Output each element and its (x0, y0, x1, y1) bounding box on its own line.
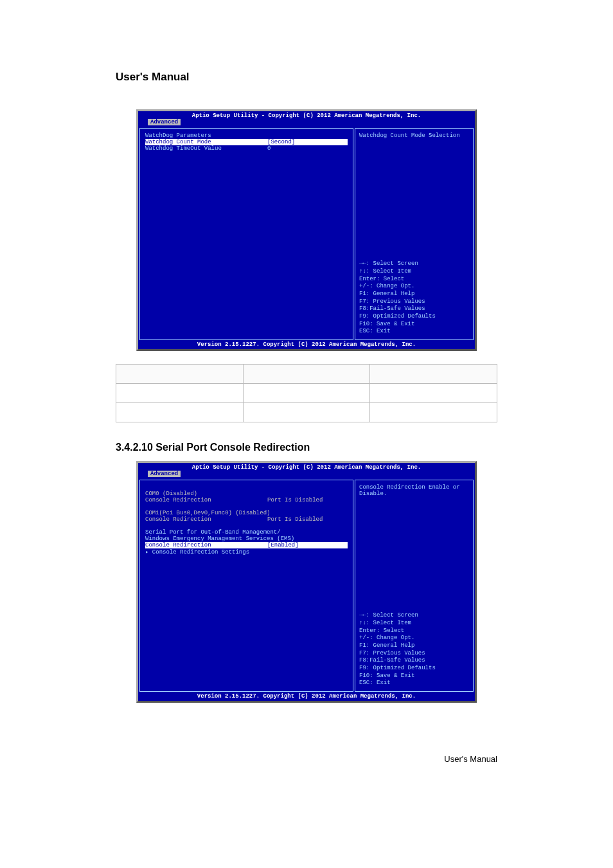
bios-title: Aptio Setup Utility - Copyright (C) 2012… (138, 111, 475, 119)
bios-screenshot-console-redir: Aptio Setup Utility - Copyright (C) 2012… (136, 461, 477, 703)
key-optimized: F9: Optimized Defaults (359, 665, 469, 673)
com1-header: COM1(Pci Bus0,Dev0,Func0) (Disabled) (145, 510, 348, 516)
submenu-console-redir-settings[interactable]: ▸ Console Redirection Settings (145, 548, 348, 556)
com0-console-redir: Console Redirection (145, 497, 267, 503)
value-console-redir-ems: [Enabled] (267, 542, 348, 548)
footer-right: User's Manual (444, 754, 497, 764)
submenu-label: Console Redirection Settings (152, 549, 249, 556)
item-console-redir-ems[interactable]: Console Redirection (145, 542, 267, 548)
value-watchdog-count-mode: [Second] (267, 139, 348, 145)
submenu-arrow-icon: ▸ (145, 549, 152, 556)
cell (370, 384, 497, 403)
key-save: F10: Save & Exit (359, 673, 469, 680)
bios-left-panel: WatchDog Parameters Watchdog Count Mode … (139, 128, 353, 340)
ems-header-2: Windows Emergency Management Services (E… (145, 536, 348, 542)
key-prev: F7: Previous Values (359, 650, 469, 658)
key-esc: ESC: Exit (359, 680, 469, 687)
bios-tabbar: Advanced (138, 119, 475, 128)
bios-footer: Version 2.15.1227. Copyright (C) 2012 Am… (138, 692, 475, 701)
key-change: +/-: Change Opt. (359, 635, 469, 642)
key-failsafe: F8:Fail-Safe Values (359, 305, 469, 313)
key-optimized: F9: Optimized Defaults (359, 313, 469, 321)
com1-console-redir-value: Port Is Disabled (267, 516, 348, 523)
key-failsafe: F8:Fail-Safe Values (359, 657, 469, 665)
bios-right-panel: Console Redirection Enable or Disable. →… (355, 480, 474, 692)
table-row (116, 384, 497, 403)
page-header: User's Manual (116, 71, 497, 84)
bios-title: Aptio Setup Utility - Copyright (C) 2012… (138, 463, 475, 471)
bios-right-panel: Watchdog Count Mode Selection →←: Select… (355, 128, 474, 340)
key-select-screen: →←: Select Screen (359, 260, 469, 268)
key-help: →←: Select Screen ↑↓: Select Item Enter:… (359, 260, 469, 336)
com1-console-redir: Console Redirection (145, 516, 267, 523)
key-help: →←: Select Screen ↑↓: Select Item Enter:… (359, 612, 469, 687)
bios-tabbar: Advanced (138, 471, 475, 480)
bios-screenshot-watchdog: Aptio Setup Utility - Copyright (C) 2012… (136, 109, 477, 351)
item-watchdog-timeout[interactable]: Watchdog TimeOut Value (145, 145, 267, 152)
th-desc (370, 365, 497, 384)
key-help-f1: F1: General Help (359, 642, 469, 650)
com0-header: COM0 (Disabled) (145, 491, 348, 497)
key-change: +/-: Change Opt. (359, 283, 469, 291)
key-help-f1: F1: General Help (359, 291, 469, 298)
tab-advanced[interactable]: Advanced (148, 471, 181, 477)
ems-header-1: Serial Port for Out-of-Band Management/ (145, 529, 348, 536)
cell (370, 403, 497, 422)
section-title: 3.4.2.10 Serial Port Console Redirection (116, 442, 497, 453)
watchdog-heading: WatchDog Parameters (145, 132, 348, 139)
com0-console-redir-value: Port Is Disabled (267, 497, 348, 503)
cell (243, 384, 370, 403)
key-select-screen: →←: Select Screen (359, 612, 469, 620)
item-watchdog-count-mode[interactable]: Watchdog Count Mode (145, 139, 267, 145)
bios-footer: Version 2.15.1227. Copyright (C) 2012 Am… (138, 340, 475, 349)
key-esc: ESC: Exit (359, 328, 469, 336)
key-select-item: ↑↓: Select Item (359, 268, 469, 276)
help-text: Watchdog Count Mode Selection (359, 132, 469, 139)
help-text: Console Redirection Enable or Disable. (359, 484, 469, 497)
th-option (243, 365, 370, 384)
cell (243, 403, 370, 422)
value-watchdog-timeout: 0 (267, 145, 348, 152)
options-table (116, 364, 497, 422)
key-select-item: ↑↓: Select Item (359, 620, 469, 628)
th-item (116, 365, 244, 384)
table-row (116, 403, 497, 422)
key-enter: Enter: Select (359, 628, 469, 635)
cell (116, 403, 244, 422)
key-enter: Enter: Select (359, 276, 469, 284)
tab-advanced[interactable]: Advanced (148, 119, 181, 125)
cell (116, 384, 244, 403)
bios-left-panel: COM0 (Disabled) Console Redirection Port… (139, 480, 353, 692)
key-save: F10: Save & Exit (359, 321, 469, 329)
key-prev: F7: Previous Values (359, 298, 469, 306)
